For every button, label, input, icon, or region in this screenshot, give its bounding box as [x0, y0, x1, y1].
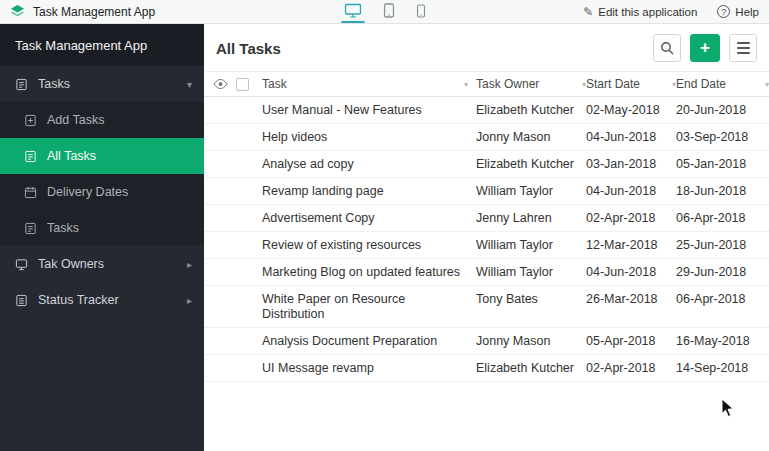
- table-row[interactable]: Analysis Document Preparation Jonny Maso…: [204, 328, 769, 355]
- edit-application-button[interactable]: ✎ Edit this application: [583, 5, 697, 19]
- search-icon: [660, 41, 674, 55]
- start-date-cell: 02-Apr-2018: [586, 355, 676, 381]
- owner-cell: Elizabeth Kutcher: [476, 355, 586, 381]
- start-date-cell: 02-May-2018: [586, 97, 676, 123]
- task-cell: Analysis Document Preparation: [262, 328, 476, 354]
- sidebar-item-label: All Tasks: [47, 149, 96, 163]
- menu-button[interactable]: [729, 34, 757, 62]
- sidebar-item-label: Tasks: [38, 77, 70, 91]
- end-date-cell: 06-Apr-2018: [676, 205, 769, 231]
- task-cell: Advertisement Copy: [262, 205, 476, 231]
- end-date-cell: 18-Jun-2018: [676, 178, 769, 204]
- tablet-view-icon[interactable]: [380, 0, 397, 23]
- search-button[interactable]: [653, 34, 681, 62]
- sidebar-app-title: Task Management App: [0, 24, 204, 66]
- desktop-view-icon[interactable]: [341, 0, 364, 23]
- table-row[interactable]: User Manual - New Features Elizabeth Kut…: [204, 97, 769, 124]
- chevron-right-icon: ▸: [187, 295, 192, 306]
- task-cell: Analyse ad copy: [262, 151, 476, 177]
- table-row[interactable]: Review of existing resources William Tay…: [204, 232, 769, 259]
- sort-dropdown-icon: ▾: [464, 77, 468, 92]
- add-record-button[interactable]: +: [690, 34, 720, 62]
- task-cell: Review of existing resources: [262, 232, 476, 258]
- sidebar: Task Management App Tasks ▾ Add Tasks Al…: [0, 24, 204, 451]
- owner-cell: Jonny Mason: [476, 328, 586, 354]
- start-date-cell: 04-Jun-2018: [586, 124, 676, 150]
- end-date-cell: 16-May-2018: [676, 328, 769, 354]
- start-date-cell: 12-Mar-2018: [586, 232, 676, 258]
- start-date-cell: 05-Apr-2018: [586, 328, 676, 354]
- chevron-down-icon: ▾: [187, 79, 192, 90]
- sidebar-item-label: Tak Owners: [38, 257, 104, 271]
- task-cell: UI Message revamp: [262, 355, 476, 381]
- table-row[interactable]: UI Message revamp Elizabeth Kutcher 02-A…: [204, 355, 769, 382]
- sidebar-item-tak-owners[interactable]: Tak Owners ▸: [0, 246, 204, 282]
- main-actions: +: [653, 34, 757, 62]
- start-date-cell: 02-Apr-2018: [586, 205, 676, 231]
- start-date-cell: 03-Jan-2018: [586, 151, 676, 177]
- column-header-start-date[interactable]: Start Date ▾: [586, 71, 676, 97]
- sort-dropdown-icon: ▾: [765, 77, 769, 92]
- checkbox-icon: [236, 78, 249, 91]
- owner-cell: Tony Bates: [476, 286, 586, 327]
- start-date-cell: 26-Mar-2018: [586, 286, 676, 327]
- task-cell: Marketing Blog on updated features: [262, 259, 476, 285]
- end-date-cell: 20-Jun-2018: [676, 97, 769, 123]
- end-date-cell: 29-Jun-2018: [676, 259, 769, 285]
- column-header-task-owner[interactable]: Task Owner ▾: [476, 71, 586, 97]
- table-row[interactable]: Analyse ad copy Elizabeth Kutcher 03-Jan…: [204, 151, 769, 178]
- app-logo-icon: [10, 4, 25, 19]
- tak-owners-icon: [15, 258, 28, 271]
- sidebar-item-label: Delivery Dates: [47, 185, 128, 199]
- app-brand: Task Management App: [0, 4, 155, 19]
- tasks-icon: [24, 222, 37, 235]
- sidebar-item-all-tasks[interactable]: All Tasks: [0, 138, 204, 174]
- delivery-dates-icon: [24, 186, 37, 199]
- main-content: All Tasks + Task ▾: [204, 24, 769, 451]
- owner-cell: Elizabeth Kutcher: [476, 151, 586, 177]
- end-date-cell: 25-Jun-2018: [676, 232, 769, 258]
- sidebar-item-tasks[interactable]: Tasks: [0, 210, 204, 246]
- add-tasks-icon: [24, 114, 37, 127]
- column-visibility-toggle[interactable]: [204, 79, 236, 89]
- sidebar-item-add-tasks[interactable]: Add Tasks: [0, 102, 204, 138]
- task-cell: Help videos: [262, 124, 476, 150]
- end-date-cell: 03-Sep-2018: [676, 124, 769, 150]
- main-header: All Tasks +: [204, 24, 769, 71]
- table-row[interactable]: Help videos Jonny Mason 04-Jun-2018 03-S…: [204, 124, 769, 151]
- owner-cell: Elizabeth Kutcher: [476, 97, 586, 123]
- end-date-cell: 14-Sep-2018: [676, 355, 769, 381]
- end-date-cell: 06-Apr-2018: [676, 286, 769, 327]
- table-row[interactable]: Revamp landing page William Taylor 04-Ju…: [204, 178, 769, 205]
- table-header: Task ▾ Task Owner ▾ Start Date ▾ End Dat…: [204, 71, 769, 97]
- start-date-cell: 04-Jun-2018: [586, 259, 676, 285]
- table-row[interactable]: Marketing Blog on updated features Willi…: [204, 259, 769, 286]
- select-all-checkbox[interactable]: [236, 78, 262, 91]
- end-date-cell: 05-Jan-2018: [676, 151, 769, 177]
- task-cell: Revamp landing page: [262, 178, 476, 204]
- topbar-app-title: Task Management App: [33, 5, 155, 19]
- pencil-icon: ✎: [583, 5, 593, 19]
- sidebar-item-status-tracker[interactable]: Status Tracker ▸: [0, 282, 204, 318]
- task-cell: White Paper on Resource Distribution: [262, 286, 476, 327]
- chevron-right-icon: ▸: [187, 259, 192, 270]
- help-label: Help: [735, 6, 759, 18]
- task-cell: User Manual - New Features: [262, 97, 476, 123]
- start-date-cell: 04-Jun-2018: [586, 178, 676, 204]
- column-header-task[interactable]: Task ▾: [262, 71, 476, 97]
- owner-cell: Jonny Mason: [476, 124, 586, 150]
- column-header-end-date[interactable]: End Date ▾: [676, 71, 769, 97]
- sidebar-item-delivery-dates[interactable]: Delivery Dates: [0, 174, 204, 210]
- phone-view-icon[interactable]: [413, 0, 428, 23]
- sidebar-item-label: Add Tasks: [47, 113, 104, 127]
- table-body: User Manual - New Features Elizabeth Kut…: [204, 97, 769, 382]
- topbar: Task Management App ✎ Edit this applicat…: [0, 0, 769, 24]
- topbar-right: ✎ Edit this application ? Help: [583, 0, 759, 23]
- owner-cell: William Taylor: [476, 259, 586, 285]
- table-row[interactable]: Advertisement Copy Jenny Lahren 02-Apr-2…: [204, 205, 769, 232]
- sidebar-item-tasks-group[interactable]: Tasks ▾: [0, 66, 204, 102]
- all-tasks-icon: [24, 150, 37, 163]
- help-button[interactable]: ? Help: [717, 5, 759, 18]
- table-row[interactable]: White Paper on Resource Distribution Ton…: [204, 286, 769, 328]
- sidebar-item-label: Status Tracker: [38, 293, 119, 307]
